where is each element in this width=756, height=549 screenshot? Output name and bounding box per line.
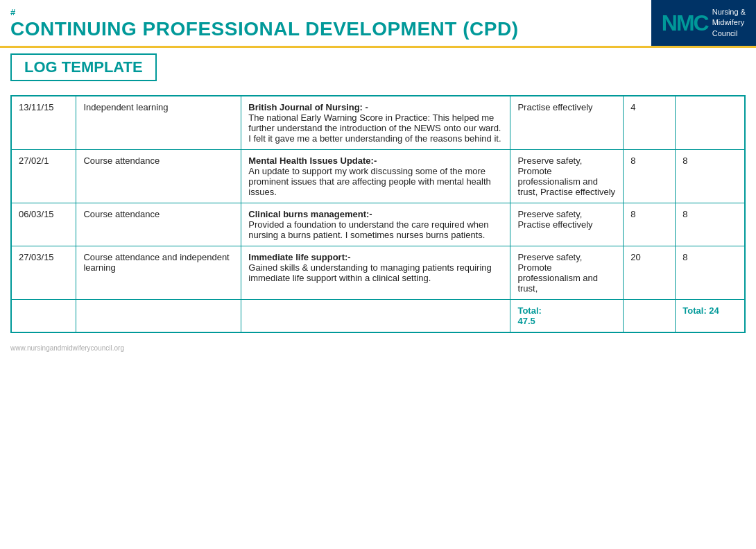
header-hash: # bbox=[10, 7, 641, 17]
totals-empty1 bbox=[11, 300, 76, 333]
totals-empty2 bbox=[76, 300, 241, 333]
totals-empty3 bbox=[241, 300, 510, 333]
header-title-block: # CONTINUING PROFESSIONAL DEVELOPMENT (C… bbox=[0, 0, 651, 46]
table-row: 27/02/1 Course attendance Mental Health … bbox=[11, 150, 745, 203]
cell-type: Course attendance and independent learni… bbox=[76, 246, 241, 300]
cell-date: 06/03/15 bbox=[11, 203, 76, 246]
cell-mins: 8 bbox=[624, 203, 676, 246]
table-row: 06/03/15 Course attendance Clinical burn… bbox=[11, 203, 745, 246]
header: # CONTINUING PROFESSIONAL DEVELOPMENT (C… bbox=[0, 0, 756, 48]
cell-mins: 4 bbox=[624, 96, 676, 150]
cell-date: 27/03/15 bbox=[11, 246, 76, 300]
cell-part bbox=[676, 96, 745, 150]
cell-description: British Journal of Nursing: - The nation… bbox=[241, 96, 510, 150]
sub-header: LOG TEMPLATE bbox=[0, 48, 756, 88]
cell-date: 13/11/15 bbox=[11, 96, 76, 150]
sub-title-box: LOG TEMPLATE bbox=[10, 53, 157, 81]
cell-mins: 8 bbox=[624, 150, 676, 203]
table-row: 13/11/15 Independent learning British Jo… bbox=[11, 96, 745, 150]
totals-mins-empty bbox=[624, 300, 676, 333]
cell-standards: Preserve safety, Promote professionalism… bbox=[510, 150, 624, 203]
sub-title: LOG TEMPLATE bbox=[24, 58, 143, 76]
cell-part: 8 bbox=[676, 203, 745, 246]
nmc-letters: NMC bbox=[662, 12, 708, 34]
cell-part: 8 bbox=[676, 150, 745, 203]
cell-description: Mental Health Issues Update:- An update … bbox=[241, 150, 510, 203]
footer: www.nursingandmidwiferycouncil.org bbox=[0, 340, 756, 356]
cell-type: Course attendance bbox=[76, 150, 241, 203]
cell-type: Independent learning bbox=[76, 96, 241, 150]
cell-description: Clinical burns management:- Provided a f… bbox=[241, 203, 510, 246]
cell-description: Immediate life support:- Gained skills &… bbox=[241, 246, 510, 300]
table-wrapper: 13/11/15 Independent learning British Jo… bbox=[0, 88, 756, 340]
totals-row: Total:47.5 Total: 24 bbox=[11, 300, 745, 333]
cell-standards: Preserve safety, Practise effectively bbox=[510, 203, 624, 246]
totals-mins-label: Total:47.5 bbox=[510, 300, 624, 333]
cell-mins: 20 bbox=[624, 246, 676, 300]
cell-date: 27/02/1 bbox=[11, 150, 76, 203]
nmc-logo: NMC Nursing & Midwifery Council bbox=[651, 0, 756, 46]
totals-part-label: Total: 24 bbox=[676, 300, 745, 333]
table-row: 27/03/15 Course attendance and independe… bbox=[11, 246, 745, 300]
nmc-tagline: Nursing & Midwifery Council bbox=[712, 7, 746, 39]
footer-text: www.nursingandmidwiferycouncil.org bbox=[10, 344, 124, 352]
cell-part: 8 bbox=[676, 246, 745, 300]
main-title: CONTINUING PROFESSIONAL DEVELOPMENT (CPD… bbox=[10, 19, 641, 40]
cell-type: Course attendance bbox=[76, 203, 241, 246]
cell-standards: Practise effectively bbox=[510, 96, 624, 150]
cell-standards: Preserve safety, Promote professionalism… bbox=[510, 246, 624, 300]
cpd-table: 13/11/15 Independent learning British Jo… bbox=[10, 95, 746, 333]
page: # CONTINUING PROFESSIONAL DEVELOPMENT (C… bbox=[0, 0, 756, 549]
